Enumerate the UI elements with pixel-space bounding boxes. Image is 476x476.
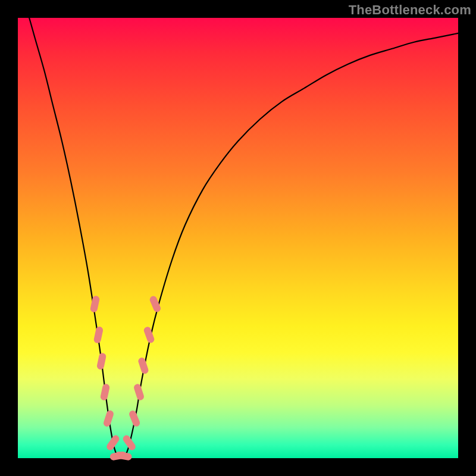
- curve-marker: [121, 434, 137, 452]
- svg-rect-1: [93, 326, 104, 344]
- curve-marker: [96, 352, 107, 370]
- curve-marker: [137, 356, 149, 374]
- svg-rect-10: [133, 383, 145, 401]
- marker-group: [90, 295, 162, 461]
- bottleneck-curve: [18, 0, 458, 459]
- svg-rect-2: [96, 352, 107, 370]
- svg-rect-4: [102, 409, 114, 427]
- curve-svg: [18, 18, 458, 458]
- curve-marker: [100, 383, 111, 401]
- watermark-text: TheBottleneck.com: [349, 2, 471, 18]
- curve-marker: [90, 295, 101, 313]
- plot-area: [18, 18, 458, 458]
- svg-rect-0: [90, 295, 101, 313]
- svg-rect-13: [149, 295, 162, 313]
- chart-container: TheBottleneck.com: [0, 0, 476, 476]
- svg-rect-9: [128, 409, 141, 427]
- svg-rect-5: [105, 434, 121, 452]
- curve-marker: [93, 326, 104, 344]
- curve-marker: [143, 326, 155, 344]
- svg-rect-12: [143, 326, 155, 344]
- curve-marker: [149, 295, 162, 313]
- svg-rect-11: [137, 356, 149, 374]
- curve-marker: [105, 434, 121, 452]
- svg-rect-8: [121, 434, 137, 452]
- curve-marker: [102, 409, 114, 427]
- curve-marker: [128, 409, 141, 427]
- curve-marker: [133, 383, 145, 401]
- svg-rect-3: [100, 383, 111, 401]
